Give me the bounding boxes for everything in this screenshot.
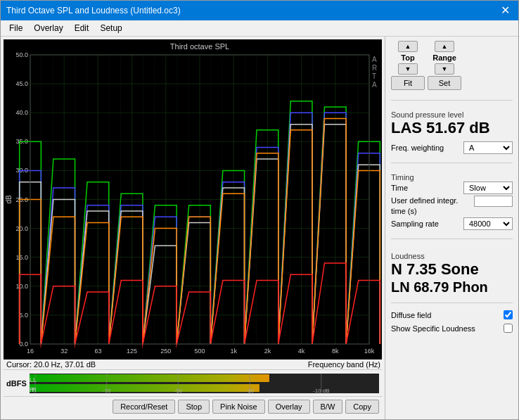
- spl-section: Sound pressure level LAS 51.67 dB: [391, 108, 513, 137]
- top-up-button[interactable]: ▲: [398, 41, 418, 52]
- cursor-info: Cursor: 20.0 Hz, 37.01 dB: [5, 360, 96, 369]
- record-reset-button[interactable]: Record/Reset: [113, 400, 175, 414]
- bw-button[interactable]: B/W: [313, 400, 343, 414]
- divider-3: [391, 238, 513, 239]
- top-label: Top: [401, 53, 414, 62]
- show-specific-label: Show Specific Loudness: [391, 324, 475, 333]
- chart-area: Cursor: 20.0 Hz, 37.01 dB Frequency band…: [1, 37, 385, 419]
- menu-file[interactable]: File: [4, 22, 28, 34]
- sampling-rate-label: Sampling rate: [391, 219, 439, 228]
- time-label: Time: [391, 184, 408, 192]
- n-value: N 7.35 Sone: [391, 260, 513, 279]
- window-title: Third Octave SPL and Loudness (Untitled.…: [6, 6, 181, 15]
- range-down-button[interactable]: ▼: [435, 63, 454, 75]
- timing-label: Timing: [391, 173, 513, 182]
- freq-weighting-row: Freq. weighting A B C Z: [391, 141, 513, 154]
- title-bar: Third Octave SPL and Loudness (Untitled.…: [1, 1, 518, 20]
- show-specific-checkbox[interactable]: [504, 324, 513, 333]
- user-integr-input[interactable]: 10: [474, 196, 513, 207]
- loudness-section: Loudness N 7.35 Sone LN 68.79 Phon: [391, 249, 513, 295]
- set-button[interactable]: Set: [428, 76, 461, 90]
- freq-weighting-select[interactable]: A B C Z: [463, 141, 513, 154]
- time-row: Time Slow Fast: [391, 182, 513, 194]
- range-up-button[interactable]: ▲: [435, 41, 454, 52]
- divider-2: [391, 163, 513, 163]
- dbfs-bar: dBFS: [4, 369, 382, 396]
- pink-noise-button[interactable]: Pink Noise: [212, 400, 265, 414]
- loudness-label: Loudness: [391, 252, 513, 260]
- timing-section: Timing Time Slow Fast User defined integ…: [391, 170, 513, 231]
- nav-controls-row: ▲ Top ▼ Fit ▲ Range ▼ Set: [391, 41, 513, 90]
- top-fit-col: ▲ Top ▼ Fit: [391, 41, 425, 90]
- time-select[interactable]: Slow Fast: [463, 182, 513, 194]
- copy-button[interactable]: Copy: [345, 400, 379, 414]
- diffuse-field-checkbox[interactable]: [504, 310, 513, 319]
- top-down-button[interactable]: ▼: [398, 63, 418, 75]
- fit-button[interactable]: Fit: [391, 76, 425, 90]
- freq-band-label: Frequency band (Hz): [308, 360, 380, 369]
- stop-button[interactable]: Stop: [178, 400, 210, 414]
- divider-1: [391, 100, 513, 101]
- user-integr-label: User defined integr. time (s): [391, 196, 461, 216]
- range-set-col: ▲ Range ▼ Set: [428, 41, 461, 90]
- menu-bar: File Overlay Edit Setup: [1, 20, 518, 37]
- main-content: Cursor: 20.0 Hz, 37.01 dB Frequency band…: [1, 37, 518, 419]
- spl-value: LAS 51.67 dB: [391, 119, 513, 137]
- sampling-rate-select[interactable]: 48000 44100 96000: [463, 217, 513, 230]
- overlay-button[interactable]: Overlay: [268, 400, 310, 414]
- diffuse-field-row: Diffuse field: [391, 310, 513, 319]
- right-panel: ▲ Top ▼ Fit ▲ Range ▼ Set Sound pressure…: [385, 37, 518, 419]
- divider-4: [391, 303, 513, 303]
- ln-value: LN 68.79 Phon: [391, 279, 513, 295]
- main-window: Third Octave SPL and Loudness (Untitled.…: [0, 0, 519, 420]
- user-integr-row: User defined integr. time (s) 10: [391, 196, 513, 216]
- menu-setup[interactable]: Setup: [94, 22, 127, 34]
- close-button[interactable]: ✕: [498, 5, 513, 16]
- menu-edit[interactable]: Edit: [69, 22, 95, 34]
- sampling-rate-row: Sampling rate 48000 44100 96000: [391, 217, 513, 230]
- dbfs-label: dBFS: [6, 379, 27, 388]
- menu-overlay[interactable]: Overlay: [28, 22, 68, 34]
- show-specific-row: Show Specific Loudness: [391, 324, 513, 333]
- spl-label: Sound pressure level: [391, 110, 513, 119]
- freq-weighting-label: Freq. weighting: [391, 144, 444, 152]
- range-label: Range: [432, 53, 456, 62]
- bottom-buttons: Record/Reset Stop Pink Noise Overlay B/W…: [4, 396, 382, 416]
- diffuse-field-label: Diffuse field: [391, 311, 431, 319]
